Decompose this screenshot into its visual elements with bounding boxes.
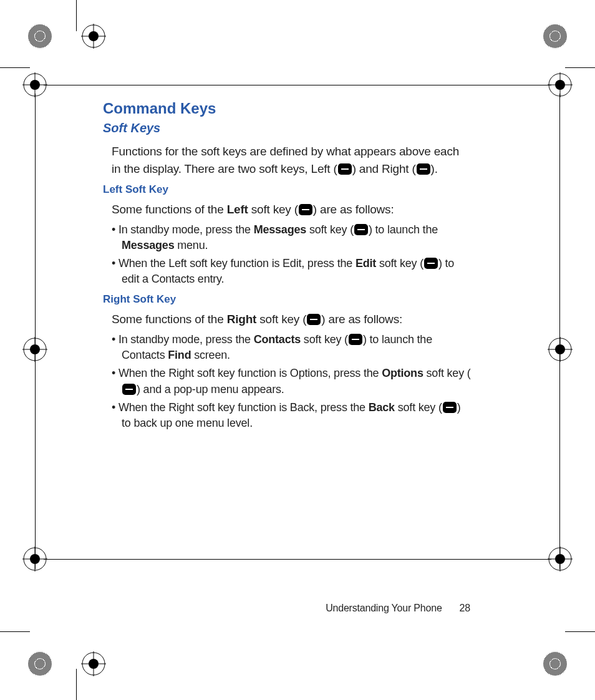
- text-bold: Contacts: [254, 333, 301, 346]
- text-bold: Edit: [356, 257, 376, 270]
- heading-soft-keys: Soft Keys: [103, 121, 471, 135]
- crop-line: [0, 67, 30, 68]
- text: soft key (: [376, 257, 423, 270]
- list-item: When the Right soft key function is Opti…: [112, 366, 471, 397]
- right-intro: Some functions of the Right soft key () …: [112, 311, 471, 328]
- text: In standby mode, press the: [119, 223, 254, 236]
- text: When the Right soft key function is Opti…: [119, 367, 382, 379]
- text: Some functions of the: [112, 313, 227, 326]
- heading-right-soft-key: Right Soft Key: [103, 293, 471, 306]
- reg-mark-tl: [27, 24, 52, 49]
- crop-line: [76, 0, 77, 31]
- crop-line: [44, 85, 551, 85]
- text: screen.: [191, 349, 230, 361]
- list-item: When the Right soft key function is Back…: [112, 400, 471, 431]
- right-list: In standby mode, press the Contacts soft…: [112, 332, 471, 431]
- crosshair-marker: [548, 337, 573, 362]
- list-item: In standby mode, press the Contacts soft…: [112, 332, 471, 363]
- text-bold: Messages: [254, 223, 306, 236]
- soft-key-icon: [424, 258, 438, 269]
- text: ) and a pop-up menu appears.: [137, 383, 284, 396]
- text-bold: Messages: [122, 239, 174, 251]
- soft-key-icon: [307, 314, 321, 325]
- crop-line: [565, 631, 595, 632]
- reg-mark-br: [543, 651, 568, 676]
- text: in the display. There are two soft keys,…: [112, 162, 337, 175]
- soft-key-icon: [338, 163, 352, 175]
- text: In standby mode, press the: [119, 333, 254, 346]
- text: soft key (: [395, 401, 442, 414]
- left-intro: Some functions of the Left soft key () a…: [112, 201, 471, 218]
- text: Some functions of the: [112, 203, 227, 216]
- crop-line: [0, 631, 30, 632]
- footer-section: Understanding Your Phone: [326, 603, 442, 613]
- list-item: When the Left soft key function is Edit,…: [112, 256, 471, 287]
- crop-line: [76, 669, 77, 700]
- crop-line: [35, 94, 36, 569]
- text: Functions for the soft keys are defined …: [112, 145, 459, 158]
- page-number: 28: [460, 603, 470, 613]
- text: ) are as follows:: [321, 313, 402, 326]
- crosshair-marker: [548, 547, 573, 571]
- page-content: Command Keys Soft Keys Functions for the…: [103, 100, 471, 434]
- text: soft key (: [423, 367, 471, 379]
- text: soft key (: [256, 313, 306, 326]
- text-bold: Find: [168, 349, 191, 361]
- text: ) and Right (: [352, 162, 416, 175]
- crosshair-marker: [548, 72, 573, 97]
- svg-point-13: [550, 659, 560, 669]
- svg-point-4: [35, 31, 45, 41]
- text-bold: Right: [227, 313, 257, 326]
- soft-key-icon: [354, 224, 368, 235]
- left-list: In standby mode, press the Messages soft…: [112, 222, 471, 288]
- crosshair-marker: [81, 651, 106, 676]
- crosshair-marker: [81, 24, 106, 49]
- text: menu.: [174, 239, 208, 251]
- crop-line: [44, 559, 551, 560]
- list-item: In standby mode, press the Messages soft…: [112, 222, 471, 253]
- soft-key-icon: [299, 204, 312, 215]
- crop-line: [565, 67, 595, 68]
- reg-mark-bl: [27, 651, 52, 676]
- text: When the Right soft key function is Back…: [119, 401, 369, 414]
- svg-point-7: [550, 31, 560, 41]
- soft-key-icon: [417, 163, 430, 175]
- reg-mark-tr: [543, 24, 568, 49]
- page-footer: Understanding Your Phone28: [326, 603, 470, 614]
- text: soft key (: [306, 223, 354, 236]
- heading-command-keys: Command Keys: [103, 100, 471, 117]
- crop-line: [559, 94, 560, 569]
- text-bold: Options: [382, 367, 423, 379]
- soft-key-icon: [443, 402, 457, 413]
- text: soft key (: [248, 203, 298, 216]
- text: ) to launch the: [369, 223, 438, 236]
- text: soft key (: [301, 333, 348, 346]
- text: When the Left soft key function is Edit,…: [119, 257, 356, 270]
- heading-left-soft-key: Left Soft Key: [103, 183, 471, 196]
- text-bold: Back: [369, 401, 395, 414]
- soft-key-icon: [349, 334, 362, 345]
- soft-key-icon: [122, 384, 136, 395]
- intro-paragraph: Functions for the soft keys are defined …: [112, 143, 471, 177]
- text: ).: [431, 162, 438, 175]
- svg-point-10: [35, 659, 45, 669]
- text: ) are as follows:: [313, 203, 394, 216]
- text-bold: Left: [227, 203, 248, 216]
